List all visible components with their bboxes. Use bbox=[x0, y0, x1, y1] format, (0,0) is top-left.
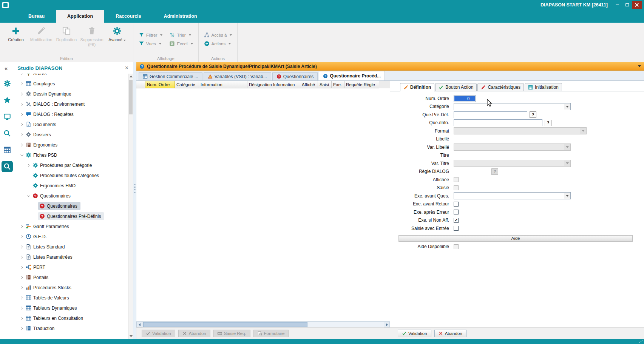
abandon-button[interactable]: Abandon bbox=[434, 330, 466, 337]
trier-button[interactable]: Trier bbox=[169, 32, 193, 38]
detail-tab-initialisation[interactable]: Initialisation bbox=[525, 83, 562, 91]
tree-item-g-e-d-l0[interactable]: G.E.D. bbox=[14, 231, 128, 242]
actions-button[interactable]: Actions bbox=[204, 41, 232, 46]
vues-button[interactable]: Vues bbox=[139, 41, 162, 46]
scrollbar-thumb[interactable] bbox=[129, 80, 133, 114]
scrollbar-thumb[interactable] bbox=[143, 322, 307, 327]
grid-column-exe[interactable]: Exe. bbox=[332, 81, 344, 88]
scrollbar-track[interactable] bbox=[129, 79, 133, 333]
document-menu-button[interactable] bbox=[638, 65, 641, 67]
scroll-left-button[interactable] bbox=[136, 322, 142, 327]
tree-item-questionnaires-l2[interactable]: ?Questionnaires bbox=[14, 201, 128, 211]
chevron-right-icon[interactable] bbox=[19, 327, 25, 330]
pane-splitter[interactable] bbox=[133, 62, 136, 339]
validation-button[interactable]: Validation bbox=[398, 330, 431, 337]
grid-column-num-ordre[interactable]: Num. Ordre bbox=[145, 81, 175, 88]
chevron-right-icon[interactable] bbox=[19, 276, 25, 279]
doc-tab-gestion-commerciale[interactable]: Gestion Commerciale ... bbox=[139, 72, 202, 80]
tree-item-ergonomies-l0[interactable]: Ergonomies bbox=[14, 140, 128, 150]
que-pr-d-f-input[interactable] bbox=[454, 111, 527, 118]
tree-item-questionnaires-l1[interactable]: ?Questionnaires bbox=[14, 191, 128, 201]
tree-item-dialog-environnement-l0[interactable]: DIALOG : Environnement bbox=[14, 99, 128, 109]
chevron-down-icon[interactable] bbox=[19, 153, 25, 157]
chevron-right-icon[interactable] bbox=[19, 286, 25, 290]
tree-item-tableurs-dynamiques-l0[interactable]: Tableurs Dynamiques bbox=[14, 303, 128, 313]
chevron-right-icon[interactable] bbox=[19, 265, 25, 269]
que-info-help-button[interactable]: ? bbox=[545, 120, 551, 126]
minimize-button[interactable] bbox=[612, 1, 622, 9]
excel-button[interactable]: Excel bbox=[169, 41, 193, 46]
tree-item-proc-dures-stocks-l0[interactable]: Procédures Stocks bbox=[14, 282, 128, 293]
doc-tab-variables-vsd-variab[interactable]: Variables (VSD) : Variab... bbox=[204, 72, 271, 80]
avanc-button[interactable]: Avancé bbox=[105, 24, 129, 42]
chevron-right-icon[interactable] bbox=[19, 255, 25, 259]
settings-icon[interactable] bbox=[2, 78, 13, 89]
tree-item-proc-dures-toutes-cat-gories-l1[interactable]: Procédures toutes catégories bbox=[14, 170, 128, 180]
exe-apr-s-erreur-checkbox[interactable] bbox=[454, 210, 459, 214]
menu-tab-bureau[interactable]: Bureau bbox=[17, 10, 56, 23]
cat-gorie-select[interactable] bbox=[454, 103, 571, 110]
chevron-right-icon[interactable] bbox=[19, 306, 25, 310]
tree-item-proc-dures-par-cat-gorie-l1[interactable]: Procédures par Catégorie bbox=[14, 160, 128, 170]
tree-item-dessin-dynamique-l0[interactable]: Dessin Dynamique bbox=[14, 89, 128, 99]
sidebar-scrollbar[interactable] bbox=[128, 74, 133, 339]
cr-ation-button[interactable]: Création bbox=[4, 24, 28, 42]
grid-column-affich[interactable]: Affiché bbox=[300, 81, 318, 88]
grid-column-d-signation-information[interactable]: Désignation Information bbox=[247, 81, 300, 88]
menu-tab-administration[interactable]: Administration bbox=[153, 10, 208, 23]
tree-item-pert-l0[interactable]: PERT bbox=[14, 262, 128, 272]
que-pr-d-f-help-button[interactable]: ? bbox=[530, 111, 536, 118]
chevron-right-icon[interactable] bbox=[19, 74, 25, 76]
grid-body[interactable] bbox=[136, 88, 390, 321]
sidebar-collapse-button[interactable]: « bbox=[5, 65, 8, 71]
dropdown-arrow-icon[interactable] bbox=[564, 193, 570, 199]
sidebar-close-button[interactable]: × bbox=[125, 65, 128, 71]
chevron-down-icon[interactable] bbox=[26, 194, 31, 198]
tree-item-tables-de-valeurs-l0[interactable]: Tables de Valeurs bbox=[14, 293, 128, 303]
tree-item-listes-param-tr-es-l0[interactable]: Listes Paramétrées bbox=[14, 252, 128, 262]
maximize-button[interactable] bbox=[622, 1, 632, 9]
que-info-input[interactable] bbox=[454, 119, 542, 126]
grid-column-information[interactable]: Information bbox=[199, 81, 247, 88]
chevron-right-icon[interactable] bbox=[19, 245, 25, 249]
chevron-right-icon[interactable] bbox=[19, 82, 25, 86]
detail-tab-d-finition[interactable]: Définition bbox=[400, 83, 434, 91]
menu-tab-raccourcis[interactable]: Raccourcis bbox=[104, 10, 152, 23]
resize-grip[interactable] bbox=[639, 339, 643, 343]
grid-select-all-cell[interactable] bbox=[136, 81, 145, 88]
chevron-right-icon[interactable] bbox=[19, 225, 25, 228]
doc-tab-questionnaires[interactable]: ?Questionnaires bbox=[272, 72, 318, 80]
tree-item-arbres-l0[interactable]: Arbres bbox=[14, 74, 128, 79]
tree-item-couplages-l0[interactable]: Couplages bbox=[14, 79, 128, 89]
scroll-down-button[interactable] bbox=[129, 333, 133, 339]
studio-search-icon[interactable] bbox=[2, 161, 13, 172]
tree-item-traduction-l0[interactable]: Traduction bbox=[14, 323, 128, 333]
exe-avant-ques-select[interactable] bbox=[454, 192, 571, 199]
chevron-right-icon[interactable] bbox=[19, 123, 25, 126]
chevron-right-icon[interactable] bbox=[26, 164, 31, 167]
horizontal-scrollbar[interactable] bbox=[136, 321, 390, 327]
exe-si-non-aff-checkbox[interactable]: ✓ bbox=[454, 218, 459, 223]
detail-tab-caract-ristiques[interactable]: Caractéristiques bbox=[477, 83, 524, 91]
chevron-right-icon[interactable] bbox=[19, 113, 25, 116]
scroll-right-button[interactable] bbox=[384, 322, 390, 327]
doc-tab-questionnaire-proc-d[interactable]: ?Questionnaire Procéd... bbox=[319, 71, 385, 80]
menu-tab-application[interactable]: Application bbox=[56, 10, 104, 23]
tree-item-questionnaires-pr-d-finis-l2[interactable]: ?Questionnaires Pré-Définis bbox=[14, 211, 128, 221]
tree-item-documents-l0[interactable]: Documents bbox=[14, 119, 128, 130]
num-ordre-input[interactable]: 0 bbox=[454, 95, 476, 102]
tree-item-gantt-param-tr-s-l0[interactable]: Gantt Paramétrés bbox=[14, 221, 128, 231]
chevron-right-icon[interactable] bbox=[19, 296, 25, 300]
tree-item-listes-standard-l0[interactable]: Listes Standard bbox=[14, 242, 128, 252]
filtrer-button[interactable]: Filtrer bbox=[139, 32, 162, 38]
tree-item-portails-l0[interactable]: Portails bbox=[14, 272, 128, 282]
exe-avant-retour-checkbox[interactable] bbox=[454, 202, 459, 207]
dropdown-arrow-icon[interactable] bbox=[564, 104, 570, 110]
monitor-icon[interactable] bbox=[2, 111, 13, 122]
chevron-right-icon[interactable] bbox=[19, 102, 25, 106]
grid-column-saisi[interactable]: Saisi bbox=[318, 81, 332, 88]
scrollbar-track[interactable] bbox=[142, 322, 384, 327]
modules-icon[interactable] bbox=[2, 144, 13, 156]
scroll-up-button[interactable] bbox=[129, 74, 133, 79]
acc-s-button[interactable]: Accès à bbox=[204, 32, 232, 38]
